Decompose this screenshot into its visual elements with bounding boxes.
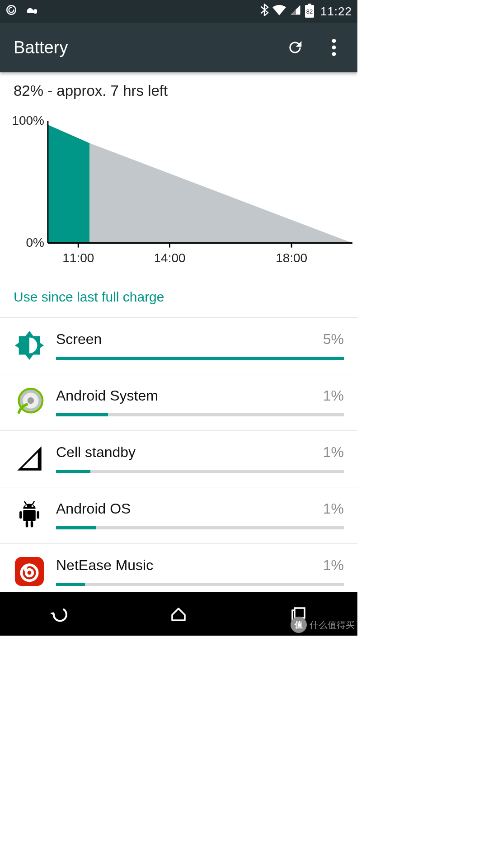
usage-bar [56,526,344,529]
usage-name: NetEase Music [56,557,153,574]
usage-name: Cell standby [56,444,136,461]
wifi-icon [272,5,286,18]
android-icon [14,499,45,531]
svg-rect-22 [31,521,33,527]
svg-rect-19 [19,511,22,519]
battery-chart-svg: 100%0%11:0014:0018:00 [3,108,355,275]
usage-item[interactable]: Cell standby1% [0,431,357,487]
status-time: 11:22 [320,5,352,19]
usage-bar-fill [56,583,85,586]
back-button[interactable] [46,600,73,627]
android-system-icon [14,386,45,418]
usage-item[interactable]: Android OS1% [0,487,357,544]
svg-text:100%: 100% [12,113,44,127]
watermark-badge: 值 [291,617,307,633]
battery-chart[interactable]: 100%0%11:0014:0018:00 [0,104,357,281]
cell-icon [14,443,45,474]
usage-bar [56,583,344,586]
svg-point-0 [7,5,16,14]
page-title: Battery [14,38,68,57]
svg-point-26 [32,505,33,507]
usage-bar-fill [56,470,90,473]
overflow-menu-button[interactable] [324,38,344,57]
svg-text:14:00: 14:00 [154,251,186,265]
usage-percent: 1% [323,444,344,461]
usage-bar [56,470,344,473]
svg-rect-20 [37,511,40,519]
usage-bar-fill [56,357,344,360]
usage-item[interactable]: NetEase Music1% [0,544,357,600]
usage-percent: 1% [323,500,344,517]
svg-text:11:00: 11:00 [62,251,94,265]
usage-bar [56,357,344,360]
svg-text:18:00: 18:00 [276,251,307,265]
back-icon [48,605,71,623]
more-vert-icon [332,39,336,56]
svg-point-17 [28,397,34,404]
section-header: Use since last full charge [0,281,357,318]
svg-line-23 [24,501,26,504]
usage-item[interactable]: Android System1% [0,374,357,431]
svg-line-24 [33,501,34,504]
cell-signal-icon [290,5,301,18]
svg-point-25 [25,505,27,507]
usage-bar-fill [56,413,108,416]
usage-percent: 1% [323,557,344,574]
battery-summary: 82% - approx. 7 hrs left [0,72,357,104]
home-icon [169,605,188,623]
usage-bar [56,413,344,416]
battery-level: 82 [306,8,313,15]
usage-bar-fill [56,526,96,529]
usage-percent: 5% [323,331,344,348]
status-bar: 82 11:22 [0,0,357,23]
svg-rect-21 [26,521,28,527]
svg-rect-18 [23,510,36,521]
app-bar: Battery [0,23,357,72]
refresh-button[interactable] [285,38,305,57]
usage-list: Screen5%Android System1%Cell standby1%An… [0,318,357,600]
brightness-icon [14,330,45,361]
usage-percent: 1% [323,387,344,404]
svg-point-3 [332,52,336,56]
svg-text:0%: 0% [26,236,44,250]
home-button[interactable] [165,600,192,627]
refresh-icon [286,39,304,56]
netease-icon [14,556,45,587]
usage-name: Android OS [56,500,131,517]
watermark: 值 什么值得买 [291,617,355,633]
usage-item[interactable]: Screen5% [0,318,357,374]
netease-status-icon [5,4,17,19]
svg-point-2 [332,46,336,50]
watermark-text: 什么值得买 [310,619,355,631]
svg-point-1 [332,39,336,43]
usage-name: Screen [56,331,102,348]
bluetooth-icon [260,4,269,19]
cloud-icon [23,5,37,18]
battery-icon: 82 [305,5,314,18]
usage-name: Android System [56,387,158,404]
